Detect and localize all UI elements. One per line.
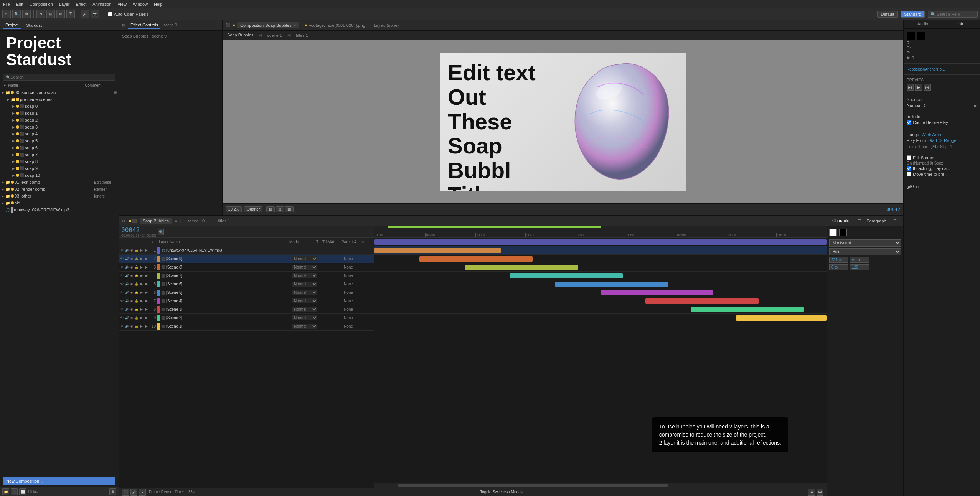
visibility-btn[interactable]: 👁 bbox=[120, 316, 124, 320]
tab-scene10[interactable]: scene 10 bbox=[185, 218, 208, 224]
tab-footage[interactable]: ■ Footage: fade[0001-0264].png bbox=[302, 22, 368, 28]
layer-mode[interactable]: Normal bbox=[291, 290, 318, 295]
track-row[interactable] bbox=[374, 305, 827, 314]
grid-btn[interactable]: ⊞ bbox=[266, 206, 275, 212]
timecode-main[interactable]: 00042 bbox=[121, 226, 156, 234]
stroke-color-swatch[interactable] bbox=[839, 229, 847, 236]
audio-btn[interactable]: 🔊 bbox=[125, 257, 129, 261]
auto-open-panels-checkbox[interactable] bbox=[108, 12, 112, 16]
expand-btn[interactable]: ▶ bbox=[139, 324, 144, 329]
table-row[interactable]: 👁🔊◉🔒▶▶4⬛[Scene 7]NormalNone bbox=[119, 272, 374, 280]
list-item[interactable]: ▶ 📁 03. other Ignore bbox=[0, 193, 119, 199]
list-item[interactable]: ▶ 🎵 runaway_026-PREVIEW.mp3 bbox=[0, 206, 119, 213]
visibility-btn[interactable]: 👁 bbox=[120, 290, 124, 295]
list-item[interactable]: ▶⬛soap 9 bbox=[0, 165, 119, 172]
track-row[interactable] bbox=[374, 238, 827, 246]
fg-color-swatch[interactable] bbox=[907, 32, 915, 40]
lock-btn[interactable]: 🔒 bbox=[134, 282, 139, 287]
layer-mode[interactable]: Normal bbox=[291, 307, 318, 312]
menu-help[interactable]: Help bbox=[154, 2, 163, 7]
next-frame-btn[interactable]: ⏭ bbox=[924, 84, 931, 91]
solo-btn[interactable]: ◉ bbox=[130, 248, 134, 253]
para-hamburger[interactable]: ☰ bbox=[893, 219, 897, 223]
table-row[interactable]: 👁 🔊 ◉ 🔒 ▶ ▶ 1 🎵 bbox=[119, 246, 374, 255]
list-item[interactable]: ▶ 📁 old bbox=[0, 199, 119, 206]
track-row[interactable] bbox=[374, 288, 827, 297]
move-time-checkbox[interactable] bbox=[907, 172, 911, 176]
safe-zones-btn[interactable]: ⊡ bbox=[276, 206, 284, 212]
lock-btn[interactable]: 🔒 bbox=[134, 265, 139, 270]
tab-effect-controls[interactable]: Effect Controls bbox=[128, 22, 160, 29]
prev-frame-btn[interactable]: ⏮ bbox=[907, 84, 914, 91]
list-item[interactable]: ▶⬛soap 4 bbox=[0, 130, 119, 137]
if-caching-checkbox[interactable] bbox=[907, 166, 911, 171]
table-row[interactable]: 👁🔊◉🔒▶▶9⬛[Scene 2]NormalNone bbox=[119, 314, 374, 322]
layer-mode[interactable]: Normal bbox=[291, 265, 318, 270]
solo-btn[interactable]: ◉ bbox=[130, 265, 134, 270]
search-input[interactable] bbox=[937, 12, 975, 16]
layer-mode[interactable]: Normal bbox=[291, 324, 318, 329]
audio-btn[interactable]: 🔊 bbox=[130, 489, 137, 496]
list-item[interactable]: ▶⬛soap 1 bbox=[0, 110, 119, 117]
list-item[interactable]: ▶⬛soap 0 bbox=[0, 103, 119, 110]
new-folder-btn[interactable]: 📁 bbox=[2, 488, 9, 495]
lock-btn[interactable]: 🔒 bbox=[134, 324, 139, 329]
tool-text[interactable]: T bbox=[66, 10, 75, 18]
scroll-thumb[interactable] bbox=[398, 484, 668, 487]
expand2-btn[interactable]: ▶ bbox=[144, 274, 149, 278]
tab-paragraph[interactable]: Paragraph bbox=[864, 218, 888, 224]
tab-stardust[interactable]: Stardust bbox=[24, 22, 44, 28]
find-btn[interactable]: 🔍 bbox=[158, 229, 164, 235]
expand2-btn[interactable]: ▶ bbox=[144, 324, 149, 329]
solo-btn[interactable]: ◉ bbox=[130, 307, 134, 312]
layer-mode[interactable]: Normal bbox=[291, 298, 318, 303]
table-row[interactable]: 👁🔊◉🔒▶▶6⬛[Scene 5]NormalNone bbox=[119, 288, 374, 297]
tab-soap-bubbles[interactable]: Soap Bubbles bbox=[140, 218, 172, 224]
new-composition-button[interactable]: New Composition... bbox=[3, 477, 115, 485]
shortcut-arrow[interactable]: ▶ bbox=[974, 104, 977, 108]
track-row[interactable] bbox=[374, 246, 827, 255]
work-area-bar[interactable] bbox=[388, 226, 600, 228]
expand-btn[interactable]: ▶ bbox=[139, 307, 144, 312]
menu-animation[interactable]: Animation bbox=[92, 2, 111, 7]
preview-btn[interactable]: ⏵ bbox=[139, 489, 146, 496]
solo-btn[interactable]: ◉ bbox=[130, 299, 134, 303]
solo-btn[interactable]: ◉ bbox=[130, 324, 134, 329]
toggle-switches-label[interactable]: Toggle Switches / Modes bbox=[480, 490, 523, 494]
audio-btn[interactable]: 🔊 bbox=[125, 324, 129, 329]
lock-btn[interactable]: 🔒 bbox=[134, 290, 139, 295]
expand2-btn[interactable]: ▶ bbox=[144, 257, 149, 261]
tracking-input[interactable] bbox=[829, 264, 848, 270]
solo-btn[interactable]: ◉ bbox=[130, 290, 134, 295]
tool-camera[interactable]: 📷 bbox=[91, 10, 99, 18]
list-item[interactable]: ▶ 📁 01. edit comp Edit these bbox=[0, 179, 119, 186]
table-row[interactable]: 👁🔊◉🔒▶▶7⬛[Scene 4]NormalNone bbox=[119, 297, 374, 305]
layer-mode[interactable]: Normal bbox=[291, 273, 318, 278]
hamburger-menu[interactable]: ☰ bbox=[216, 23, 219, 27]
new-comp-btn[interactable]: ⬛ bbox=[11, 488, 18, 495]
visibility-btn[interactable]: 👁 bbox=[120, 248, 124, 253]
tool-move[interactable]: ✥ bbox=[22, 10, 31, 18]
menu-edit[interactable]: Edit bbox=[16, 2, 23, 7]
char-hamburger[interactable]: ☰ bbox=[858, 219, 861, 223]
tool-brush[interactable]: 🖌 bbox=[81, 10, 89, 18]
expand-btn[interactable]: ▶ bbox=[139, 282, 144, 287]
tool-select[interactable]: ↖ bbox=[2, 10, 11, 18]
tab-character[interactable]: Character bbox=[830, 218, 853, 224]
audio-btn[interactable]: 🔊 bbox=[125, 265, 129, 270]
trash-btn[interactable]: 🗑 bbox=[109, 488, 116, 495]
workspace-default-btn[interactable]: Default bbox=[877, 11, 898, 18]
list-item[interactable]: ▶⬛soap 8 bbox=[0, 158, 119, 165]
quality-control[interactable]: Quarter bbox=[244, 206, 262, 212]
menu-composition[interactable]: Composition bbox=[30, 2, 53, 7]
menu-window[interactable]: Window bbox=[133, 2, 148, 7]
list-item[interactable]: ▶ 📁 pre made scenes bbox=[0, 96, 119, 103]
track-row[interactable] bbox=[374, 255, 827, 263]
list-item[interactable]: ▶⬛soap 10 bbox=[0, 172, 119, 179]
audio-btn[interactable]: 🔊 bbox=[125, 282, 129, 287]
tracking-input2[interactable] bbox=[850, 264, 869, 270]
menu-effect[interactable]: Effect bbox=[76, 2, 86, 7]
tool-scale[interactable]: ⊞ bbox=[46, 10, 55, 18]
font-family-select[interactable]: Montserrat bbox=[829, 239, 901, 247]
tab-titles1[interactable]: titles 1 bbox=[215, 218, 233, 224]
